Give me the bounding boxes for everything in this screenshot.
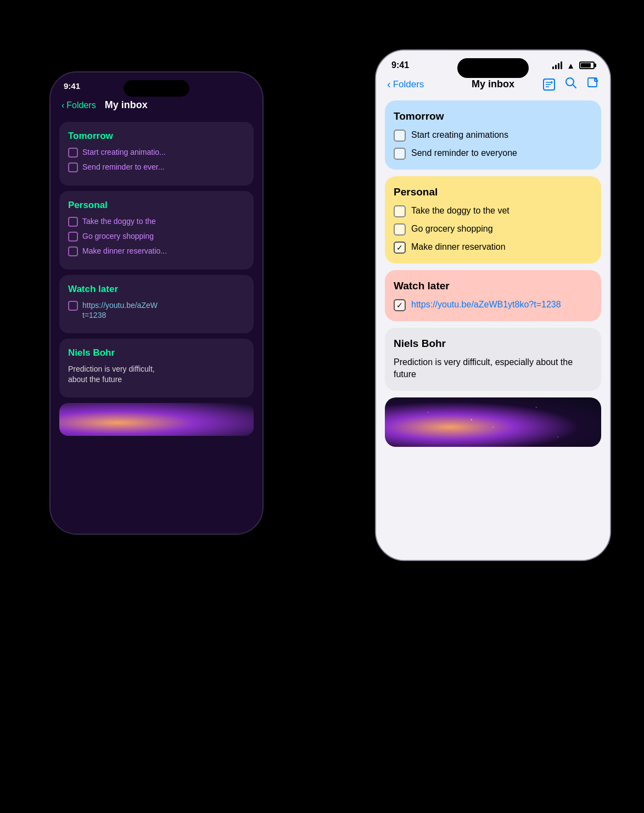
tomorrow-item-1[interactable]: Start creating animations <box>394 129 592 142</box>
front-nav-icons <box>543 77 599 92</box>
back-arrow-icon: ‹ <box>61 100 64 110</box>
galaxy-card <box>385 397 601 447</box>
back-item-6-text: https://youtu.be/aZeWt=1238 <box>82 300 158 320</box>
compose-icon[interactable] <box>587 77 599 92</box>
back-item-2-text: Send reminder to ever... <box>82 162 164 172</box>
back-card-personal-title: Personal <box>68 200 245 211</box>
back-phone-time: 9:41 <box>64 81 80 91</box>
tomorrow-checkbox-2[interactable] <box>394 148 406 160</box>
watch-item-1-text[interactable]: https://youtu.be/aZeWB1yt8ko?t=1238 <box>411 299 561 311</box>
card-personal-title: Personal <box>394 186 592 198</box>
back-item-4[interactable]: Go grocery shopping <box>68 231 245 242</box>
back-item-1[interactable]: Start creating animatio... <box>68 147 245 158</box>
niels-item-1-text: Prediction is very difficult, especially… <box>394 356 592 381</box>
back-checkbox-2[interactable] <box>68 162 78 172</box>
back-item-5-text: Make dinner reservatio... <box>82 246 167 256</box>
card-watch-later: Watch later ✓ https://youtu.be/aZeWB1yt8… <box>385 270 601 321</box>
personal-item-3[interactable]: ✓ Make dinner reservation <box>394 241 592 254</box>
galaxy-stars <box>385 397 601 447</box>
back-card-niels: Niels Bohr Prediction is very difficult,… <box>59 339 254 397</box>
tomorrow-item-1-text: Start creating animations <box>411 129 508 141</box>
back-checkbox-4[interactable] <box>68 232 78 242</box>
front-nav-left[interactable]: ‹ Folders <box>387 78 424 91</box>
card-niels-bohr: Niels Bohr Prediction is very difficult,… <box>385 328 601 391</box>
back-galaxy-card <box>59 403 254 436</box>
card-tomorrow: Tomorrow Start creating animations Send … <box>385 100 601 170</box>
back-card-niels-title: Niels Bohr <box>68 347 245 358</box>
back-item-5[interactable]: Make dinner reservatio... <box>68 246 245 256</box>
wifi-icon: ▲ <box>567 61 575 70</box>
personal-item-2[interactable]: Go grocery shopping <box>394 223 592 236</box>
back-item-7-text: Prediction is very difficult,about the f… <box>68 364 155 384</box>
watch-checkbox-1[interactable]: ✓ <box>394 299 406 311</box>
personal-item-2-text: Go grocery shopping <box>411 223 493 235</box>
status-icons: ▲ <box>552 61 595 70</box>
back-item-3[interactable]: Take the doggy to the <box>68 216 245 227</box>
back-item-7: Prediction is very difficult,about the f… <box>68 364 245 384</box>
back-card-watch-title: Watch later <box>68 284 245 295</box>
card-tomorrow-title: Tomorrow <box>394 110 592 122</box>
back-card-tomorrow: Tomorrow Start creating animatio... Send… <box>59 122 254 186</box>
back-item-3-text: Take the doggy to the <box>82 216 156 226</box>
front-nav-title: My inbox <box>472 79 514 90</box>
back-checkbox-5[interactable] <box>68 246 78 256</box>
back-checkbox-6[interactable] <box>68 301 78 311</box>
nav-back-arrow-icon: ‹ <box>387 78 391 91</box>
sort-icon-svg <box>545 81 553 88</box>
personal-checkbox-2[interactable] <box>394 223 406 236</box>
signal-icon <box>552 61 562 69</box>
card-watch-later-title: Watch later <box>394 280 592 292</box>
card-niels-title: Niels Bohr <box>394 338 592 350</box>
signal-bar-3 <box>558 63 559 69</box>
back-item-4-text: Go grocery shopping <box>82 231 154 241</box>
tomorrow-checkbox-1[interactable] <box>394 130 406 142</box>
search-icon[interactable] <box>565 77 577 92</box>
personal-item-1-text: Take the doggy to the vet <box>411 205 509 217</box>
back-phone-nav-back[interactable]: ‹ Folders <box>61 100 96 110</box>
back-card-watch: Watch later https://youtu.be/aZeWt=1238 <box>59 275 254 333</box>
signal-bar-2 <box>555 65 557 69</box>
signal-bar-4 <box>561 61 562 69</box>
tomorrow-item-2[interactable]: Send reminder to everyone <box>394 147 592 160</box>
battery-icon <box>579 61 595 69</box>
search-icon-svg <box>565 77 577 89</box>
card-personal: Personal Take the doggy to the vet Go gr… <box>385 176 601 263</box>
personal-checkbox-1[interactable] <box>394 205 406 217</box>
tomorrow-item-2-text: Send reminder to everyone <box>411 147 517 159</box>
personal-checkbox-3[interactable]: ✓ <box>394 242 406 254</box>
back-checkbox-3[interactable] <box>68 217 78 227</box>
back-card-personal: Personal Take the doggy to the Go grocer… <box>59 191 254 270</box>
back-phone-nav: ‹ Folders My inbox <box>51 95 262 117</box>
battery-fill <box>581 63 591 68</box>
front-phone: 9:41 ▲ ‹ Folders My inbox <box>375 49 611 561</box>
niels-item-1: Prediction is very difficult, especially… <box>394 356 592 381</box>
back-phone: 9:41 ‹ Folders My inbox Tomorrow Start c… <box>49 71 264 535</box>
front-nav-back-btn[interactable]: Folders <box>393 79 424 90</box>
personal-item-1[interactable]: Take the doggy to the vet <box>394 205 592 217</box>
back-checkbox-1[interactable] <box>68 148 78 158</box>
sort-icon[interactable] <box>543 79 555 91</box>
watch-item-1[interactable]: ✓ https://youtu.be/aZeWB1yt8ko?t=1238 <box>394 299 592 311</box>
front-content: Tomorrow Start creating animations Send … <box>376 97 610 552</box>
personal-item-3-text: Make dinner reservation <box>411 241 506 253</box>
back-card-tomorrow-title: Tomorrow <box>68 131 245 142</box>
back-item-2[interactable]: Send reminder to ever... <box>68 162 245 172</box>
back-phone-nav-title: My inbox <box>105 99 148 111</box>
back-item-1-text: Start creating animatio... <box>82 147 166 157</box>
svg-line-4 <box>573 85 576 88</box>
front-time: 9:41 <box>391 60 409 70</box>
checkmark-icon: ✓ <box>396 243 403 252</box>
watch-checkmark-icon: ✓ <box>396 301 403 310</box>
dynamic-island <box>457 58 529 78</box>
compose-icon-svg <box>587 77 599 89</box>
back-phone-notch <box>124 80 189 97</box>
back-phone-content: Tomorrow Start creating animatio... Send… <box>51 117 262 440</box>
back-item-6[interactable]: https://youtu.be/aZeWt=1238 <box>68 300 245 320</box>
signal-bar-1 <box>552 66 554 69</box>
